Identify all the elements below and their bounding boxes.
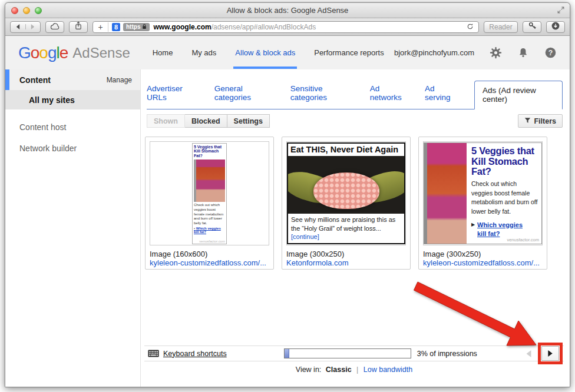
password-manager-button[interactable] <box>523 21 541 33</box>
settings-gear-icon[interactable] <box>490 46 502 59</box>
view-classic: Classic <box>326 366 352 374</box>
tab-ads-ad-review-center[interactable]: Ads (Ad review center) <box>474 81 563 109</box>
main-content: Advertiser URLs General categories Sensi… <box>141 69 570 387</box>
ad-creative-photo: Eat THIS, Never Diet Again See why milli… <box>287 142 405 244</box>
sidebar-manage-link[interactable]: Manage <box>107 76 132 84</box>
annotation-highlight-box <box>538 343 563 364</box>
keyboard-shortcuts-link[interactable]: Keyboard shortcuts <box>163 350 227 358</box>
subtab-blocked[interactable]: Blocked <box>184 114 227 128</box>
share-button[interactable] <box>69 21 88 33</box>
url-domain: www.google.com <box>153 23 211 31</box>
ad3-url-link[interactable]: kyleleon-customizedfatloss.com/... <box>423 258 543 267</box>
filters-button[interactable]: Filters <box>518 114 563 128</box>
notifications-bell-icon[interactable] <box>517 46 529 59</box>
sidebar-section-content: Content Manage <box>5 69 140 90</box>
prev-page-button[interactable] <box>525 350 533 358</box>
ad1-cta-link: Which veggies kill fat? <box>194 227 225 234</box>
tab-advertiser-urls[interactable]: Advertiser URLs <box>147 79 199 109</box>
browser-window: Allow & block ads: Google AdSense <box>5 2 570 387</box>
nav-allow-block-ads[interactable]: Allow & block ads <box>235 48 295 57</box>
adsense-header: Google AdSense Home My ads Allow & block… <box>5 36 570 69</box>
ad3-cta-link: Which veggies kill fat? <box>477 221 530 238</box>
impressions-label: 3% of impressions <box>417 350 477 358</box>
page: Allow & block ads: Google AdSense <box>0 0 575 392</box>
cloud-icon <box>50 22 60 32</box>
sidebar-section-title: Content <box>19 75 51 85</box>
adsense-wordmark: AdSense <box>72 45 130 61</box>
nav-performance-reports[interactable]: Performance reports <box>314 48 384 57</box>
ad-card-2[interactable]: Eat THIS, Never Diet Again See why milli… <box>282 137 411 270</box>
tab-ad-serving[interactable]: Ad serving <box>425 79 458 109</box>
subtab-settings[interactable]: Settings <box>227 114 270 128</box>
ad-card-3[interactable]: 5 Veggies that Kill Stomach Fat? Check o… <box>418 137 547 270</box>
keyboard-icon <box>148 350 159 357</box>
download-icon <box>551 21 560 33</box>
key-icon <box>528 21 537 32</box>
impressions-progress-fill <box>285 349 290 358</box>
icloud-tabs-button[interactable] <box>45 21 64 33</box>
address-bar[interactable]: + 8 https www.google.com/adsense/app#all… <box>92 21 479 33</box>
filter-funnel-icon <box>524 117 531 125</box>
nav-my-ads[interactable]: My ads <box>191 48 216 57</box>
ad3-torso-image <box>424 143 467 244</box>
view-in-label: View in: <box>296 366 322 374</box>
ad-preview-2: Eat THIS, Never Diet Again See why milli… <box>286 141 406 245</box>
ad2-fruit-photo <box>288 156 404 214</box>
tab-ad-networks[interactable]: Ad networks <box>370 79 409 109</box>
tab-general-categories[interactable]: General categories <box>214 79 275 109</box>
ad-creative-split: 5 Veggies that Kill Stomach Fat? Check o… <box>424 142 542 244</box>
window-title: Allow & block ads: Google AdSense <box>5 6 570 15</box>
ad-preview-1: 5 Veggies that Kill Stomach Fat? Check o… <box>150 141 269 245</box>
header-right: bjork@pinchofyum.com ? <box>394 46 557 59</box>
downloads-button[interactable] <box>546 21 565 33</box>
impressions-progress-bar <box>284 348 411 358</box>
ad-preview-3: 5 Veggies that Kill Stomach Fat? Check o… <box>423 141 543 245</box>
titlebar: Allow & block ads: Google AdSense <box>5 3 570 18</box>
app-body: Content Manage All my sites Content host… <box>5 69 570 387</box>
history-nav-group <box>10 21 41 33</box>
view-in-row: View in: Classic | Low bandwidth <box>144 366 564 374</box>
ad2-size-label: Image (300x250) <box>286 250 406 258</box>
ad3-cta-arrow-icon: ▶ <box>471 222 475 227</box>
ad1-torso-image <box>194 160 225 202</box>
back-button[interactable] <box>11 24 26 29</box>
fruit-pearls <box>313 172 379 209</box>
view-low-bandwidth-link[interactable]: Low bandwidth <box>363 366 412 374</box>
help-icon[interactable]: ? <box>544 46 557 59</box>
tabbar: Advertiser URLs General categories Sensi… <box>147 79 563 109</box>
add-to-reading-list-button[interactable]: + <box>93 22 108 32</box>
ad-cards: 5 Veggies that Kill Stomach Fat? Check o… <box>145 137 570 270</box>
fullscreen-icon[interactable] <box>557 6 565 16</box>
account-email: bjork@pinchofyum.com <box>394 48 474 57</box>
main-nav: Home My ads Allow & block ads Performanc… <box>153 48 384 57</box>
subtab-shown[interactable]: Shown <box>147 114 185 128</box>
forward-button[interactable] <box>26 24 41 29</box>
nav-home[interactable]: Home <box>153 48 173 57</box>
sidebar-item-content-host[interactable]: Content host <box>5 117 140 138</box>
ad1-body: Check out which veggies boost female met… <box>194 203 225 226</box>
ad2-url-link[interactable]: Ketonformola.com <box>286 258 406 267</box>
subtab-row: Shown Blocked Settings Filters <box>147 114 563 128</box>
ad3-headline: 5 Veggies that Kill Stomach Fat? <box>471 146 538 177</box>
reload-icon[interactable] <box>467 22 474 32</box>
ad1-url-link[interactable]: kyleleon-customizedfatloss.com/... <box>150 258 269 267</box>
google-favicon: 8 <box>112 23 120 31</box>
ad3-size-label: Image (300x250) <box>423 250 543 258</box>
next-page-button[interactable] <box>541 346 559 361</box>
help-glyph: ? <box>548 49 553 57</box>
ad2-body: See why millions are praising this as th… <box>291 216 395 232</box>
sidebar-item-all-my-sites[interactable]: All my sites <box>5 90 140 109</box>
tab-sensitive-categories[interactable]: Sensitive categories <box>290 79 354 109</box>
browser-toolbar: + 8 https www.google.com/adsense/app#all… <box>5 18 570 36</box>
sidebar-item-network-builder[interactable]: Network builder <box>5 138 140 159</box>
ad-card-1[interactable]: 5 Veggies that Kill Stomach Fat? Check o… <box>145 137 274 270</box>
footer-bar: Keyboard shortcuts 3% of impressions <box>144 346 564 361</box>
ad1-size-label: Image (160x600) <box>150 250 269 258</box>
https-badge: https <box>123 23 150 31</box>
ad-creative-skyscraper: 5 Veggies that Kill Stomach Fat? Check o… <box>192 143 227 244</box>
view-separator: | <box>356 366 358 374</box>
reader-button[interactable]: Reader <box>484 21 518 33</box>
ad1-attribution: venusfactor.com <box>199 240 225 243</box>
ad3-text: 5 Veggies that Kill Stomach Fat? Check o… <box>467 143 541 244</box>
lock-icon <box>142 24 147 31</box>
